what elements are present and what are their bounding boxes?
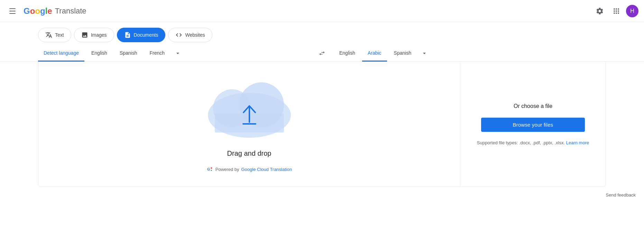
logo[interactable]: G o o g l e Translate: [24, 6, 86, 16]
powered-by: G Powered by Google Cloud Translation: [206, 166, 292, 173]
mode-tabs: Text Images Documents Websites: [0, 22, 644, 42]
tab-websites-label: Websites: [185, 32, 205, 38]
lang-target-spanish[interactable]: Spanish: [388, 45, 417, 62]
lang-source-french[interactable]: French: [144, 45, 170, 62]
choose-file-label: Or choose a file: [514, 103, 552, 109]
tab-text-label: Text: [55, 32, 64, 38]
chevron-down-icon: [174, 50, 181, 57]
apps-icon: [612, 7, 620, 15]
app-name: Translate: [55, 7, 86, 16]
header-left: G o o g l e Translate: [6, 4, 86, 18]
tab-websites[interactable]: Websites: [168, 28, 212, 42]
browse-files-button[interactable]: Browse your files: [481, 118, 585, 132]
settings-button[interactable]: [593, 4, 607, 18]
source-more-languages-button[interactable]: [172, 45, 184, 62]
swap-languages-button[interactable]: [310, 50, 334, 57]
svg-point-6: [208, 169, 209, 170]
powered-by-text: Powered by: [215, 167, 239, 172]
target-more-languages-button[interactable]: [418, 45, 431, 62]
header-right: H: [593, 4, 638, 18]
drag-drop-panel[interactable]: Drag and drop G Powered by Google Cloud …: [38, 62, 460, 187]
lang-source-spanish[interactable]: Spanish: [114, 45, 143, 62]
google-logo: G o o g l e: [24, 6, 52, 16]
chevron-down-icon: [421, 50, 428, 57]
lang-source-english[interactable]: English: [86, 45, 113, 62]
lang-target-arabic[interactable]: Arabic: [362, 45, 387, 62]
google-apps-button[interactable]: [609, 4, 623, 18]
header: G o o g l e Translate H: [0, 0, 644, 22]
lang-detect[interactable]: Detect language: [38, 45, 84, 62]
svg-text:G: G: [207, 167, 210, 171]
tab-images[interactable]: Images: [74, 28, 114, 42]
footer: Send feedback: [0, 190, 644, 200]
menu-icon[interactable]: [6, 4, 19, 18]
google-letter-g2: g: [40, 6, 45, 16]
source-language-selector: Detect language English Spanish French: [38, 45, 310, 61]
google-letter-e: e: [47, 6, 52, 16]
main-translation-area: Drag and drop G Powered by Google Cloud …: [38, 62, 606, 187]
image-icon: [81, 31, 88, 38]
target-language-selector: English Arabic Spanish: [334, 45, 606, 61]
send-feedback-button[interactable]: Send feedback: [606, 192, 636, 198]
google-letter-o2: o: [35, 6, 40, 16]
google-letter-g: G: [24, 6, 30, 16]
svg-point-7: [211, 170, 212, 171]
tab-documents[interactable]: Documents: [117, 28, 166, 42]
google-letter-l: l: [45, 6, 48, 16]
learn-more-link[interactable]: Learn more: [566, 140, 589, 145]
tab-text[interactable]: Text: [38, 28, 71, 42]
drag-drop-label: Drag and drop: [227, 149, 272, 157]
tab-images-label: Images: [91, 32, 107, 38]
document-icon: [124, 31, 131, 38]
cloud-upload-illustration: [204, 75, 294, 141]
choose-file-panel: Or choose a file Browse your files Suppo…: [460, 62, 606, 187]
google-cloud-translation-link[interactable]: Google Cloud Translation: [241, 167, 292, 172]
language-bar: Detect language English Spanish French E…: [0, 45, 644, 62]
google-cloud-icon: G: [206, 166, 213, 173]
translate-icon: [45, 31, 52, 38]
svg-point-5: [211, 167, 212, 169]
supported-types-label: Supported file types: .docx, .pdf, .pptx…: [477, 140, 565, 145]
avatar[interactable]: H: [626, 5, 638, 17]
gear-icon: [596, 7, 604, 15]
google-letter-o1: o: [30, 6, 35, 16]
swap-icon: [319, 50, 325, 57]
tab-documents-label: Documents: [134, 32, 158, 38]
lang-target-english[interactable]: English: [334, 45, 361, 62]
website-icon: [175, 31, 182, 38]
supported-types-text: Supported file types: .docx, .pdf, .pptx…: [477, 140, 589, 145]
